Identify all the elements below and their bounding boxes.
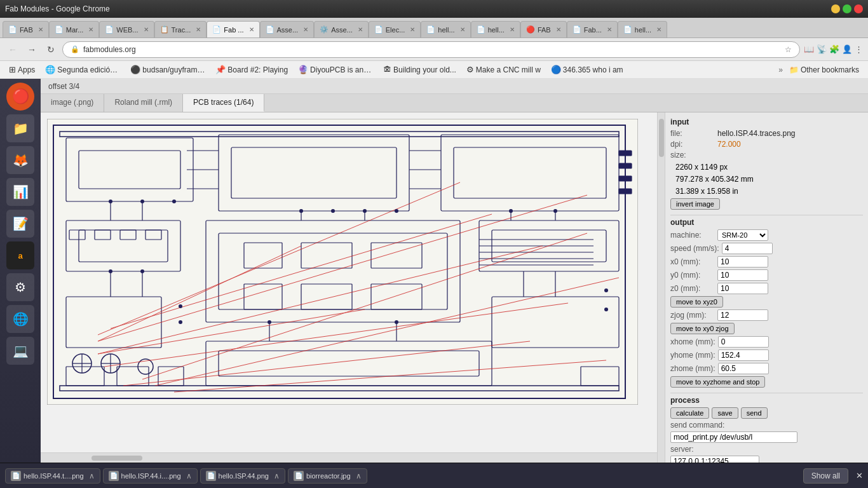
taskbar-close-1[interactable]: ∧	[89, 471, 95, 480]
browser-tab-10[interactable]: 📄 hell... ✕	[471, 21, 520, 37]
sidebar-files[interactable]: 📁	[6, 114, 34, 142]
browser-tab-8[interactable]: 📄 Elec... ✕	[369, 21, 421, 37]
move-xy0-zjog-button[interactable]: move to xy0 zjog	[670, 323, 735, 334]
hscroll-thumb[interactable]	[92, 456, 142, 461]
taskbar-item-4[interactable]: 📄 biorreactor.jpg ∧	[288, 468, 367, 484]
profile-icon[interactable]: 👤	[842, 44, 852, 54]
taskbar-close-4[interactable]: ∧	[356, 471, 362, 480]
sidebar-text-editor[interactable]: 📝	[6, 210, 34, 238]
taskbar-close-3[interactable]: ∧	[274, 471, 280, 480]
move-home-button[interactable]: move to xyzhome and stop	[670, 376, 765, 388]
taskbar-icon-3: 📄	[206, 471, 216, 481]
maximize-button[interactable]	[843, 4, 851, 13]
tab-close-13[interactable]: ✕	[656, 26, 661, 33]
move-xyz0-button[interactable]: move to xyz0	[670, 296, 723, 308]
tab-close-5[interactable]: ✕	[249, 26, 254, 33]
sidebar-firefox[interactable]: 🦊	[6, 146, 34, 174]
menu-icon[interactable]: ⋮	[855, 44, 863, 54]
taskbar-item-2[interactable]: 📄 hello.ISP.44.i....png ∧	[103, 468, 198, 484]
tab-close-12[interactable]: ✕	[607, 26, 612, 33]
vscroll-thumb[interactable]	[659, 119, 664, 157]
sidebar-ubuntu[interactable]: 🔴	[6, 83, 34, 111]
tab-close-4[interactable]: ✕	[196, 26, 201, 33]
sidebar-terminal[interactable]: 💻	[6, 337, 34, 365]
sidebar-spreadsheet[interactable]: 📊	[6, 178, 34, 206]
pcb-canvas[interactable]	[41, 112, 657, 463]
browser-tab-6[interactable]: 📄 Asse... ✕	[260, 21, 315, 37]
tab-close-10[interactable]: ✕	[510, 26, 515, 33]
tab-close-9[interactable]: ✕	[460, 26, 465, 33]
forward-button[interactable]: →	[24, 42, 39, 57]
browser-tab-2[interactable]: 📄 Mar... ✕	[49, 21, 100, 37]
bookmark-budsan[interactable]: ⚫ budsan/guyframe...	[126, 64, 209, 76]
bookmark-apps[interactable]: ⊞ Apps	[5, 64, 39, 76]
svg-rect-65	[619, 163, 632, 168]
browser-tab-7[interactable]: ⚙️ Asse... ✕	[314, 21, 369, 37]
sidebar-chrome[interactable]: 🌐	[6, 305, 34, 333]
cast-icon[interactable]: 📡	[817, 44, 827, 54]
zjog-input[interactable]	[717, 309, 768, 321]
close-taskbar-icon[interactable]: ✕	[856, 471, 863, 480]
browser-tab-1[interactable]: 📄 FAB ✕	[3, 21, 49, 37]
svg-point-85	[395, 209, 398, 213]
xhome-input[interactable]	[718, 336, 769, 348]
sidebar-settings[interactable]: ⚙	[6, 273, 34, 301]
taskbar-item-3[interactable]: 📄 hello.ISP.44.png ∧	[200, 468, 285, 484]
y0-input[interactable]	[717, 269, 768, 281]
browser-tab-11[interactable]: 🔴 FAB ✕	[520, 21, 567, 37]
extensions-icon[interactable]: 🧩	[829, 44, 839, 54]
minimize-button[interactable]	[831, 4, 840, 13]
speed-input[interactable]	[722, 243, 773, 254]
tab-close-3[interactable]: ✕	[144, 26, 149, 33]
bookmark-building[interactable]: 🏚 Building your old...	[379, 64, 460, 76]
tab-pcb[interactable]: PCB traces (1/64)	[183, 94, 264, 112]
other-bookmarks-folder[interactable]: 📁 Other bookmarks	[785, 64, 863, 76]
save-button[interactable]: save	[712, 407, 738, 419]
bookmark-346[interactable]: 🔵 346.365 who i am	[547, 64, 627, 76]
browser-tab-3[interactable]: 📄 WEB... ✕	[99, 21, 154, 37]
reload-button[interactable]: ↻	[43, 42, 58, 57]
svg-point-81	[172, 200, 176, 203]
browser-tab-13[interactable]: 📄 hell... ✕	[618, 21, 667, 37]
tab-close-8[interactable]: ✕	[410, 26, 415, 33]
browser-tab-9[interactable]: 📄 hell... ✕	[421, 21, 470, 37]
tab-image[interactable]: image (.png)	[41, 94, 104, 112]
bookmark-segunda[interactable]: 🌐 Segunda edición d	[41, 64, 124, 76]
machine-select[interactable]: SRM-20	[717, 229, 768, 241]
invert-image-button[interactable]: invert image	[670, 198, 720, 210]
bookmark-star-icon[interactable]: ☆	[785, 45, 792, 54]
zhome-input[interactable]	[718, 363, 769, 374]
bookmark-diyoupcb[interactable]: 🔮 DiyouPCB is an op	[294, 64, 377, 76]
taskbar-item-1[interactable]: 📄 hello.ISP.44.t....png ∧	[5, 468, 100, 484]
url-bar[interactable]: 🔒 fabmodules.org ☆	[62, 41, 800, 58]
taskbar-close-2[interactable]: ∧	[186, 471, 192, 480]
browser-tab-12[interactable]: 📄 Fab... ✕	[567, 21, 618, 37]
horizontal-scrollbar[interactable]	[41, 452, 657, 463]
tab-close-2[interactable]: ✕	[88, 26, 93, 33]
reader-icon[interactable]: 📖	[804, 44, 814, 54]
close-button[interactable]	[854, 4, 863, 13]
tab-close-11[interactable]: ✕	[556, 26, 561, 33]
server-input[interactable]	[670, 456, 759, 463]
browser-tab-5[interactable]: 📄 Fab ... ✕	[207, 21, 259, 37]
bookmark-board[interactable]: 📌 Board #2: Playing	[212, 64, 292, 76]
send-button[interactable]: send	[741, 407, 768, 419]
bookmark-board-label: Board #2: Playing	[227, 65, 288, 74]
x0-input[interactable]	[717, 256, 768, 268]
z0-input[interactable]	[717, 283, 768, 294]
vertical-scrollbar[interactable]	[657, 112, 665, 463]
tab-close-6[interactable]: ✕	[303, 26, 308, 33]
move-xyz0-row: move to xyz0	[670, 296, 863, 308]
sidebar-amazon[interactable]: a	[6, 241, 34, 269]
tab-close-7[interactable]: ✕	[358, 26, 363, 33]
show-all-button[interactable]: Show all	[803, 468, 848, 484]
bookmark-cnc[interactable]: ⚙ Make a CNC mill w	[463, 64, 545, 76]
send-command-input[interactable]	[670, 431, 797, 443]
tab-close-1[interactable]: ✕	[38, 26, 43, 33]
back-button[interactable]: ←	[5, 42, 20, 57]
browser-tab-4[interactable]: 📋 Trac... ✕	[154, 21, 207, 37]
yhome-input[interactable]	[718, 349, 769, 361]
calculate-button[interactable]: calculate	[670, 407, 709, 419]
tab-roland[interactable]: Roland mill (.rml)	[104, 94, 183, 112]
bookmarks-more[interactable]: »	[778, 65, 783, 74]
